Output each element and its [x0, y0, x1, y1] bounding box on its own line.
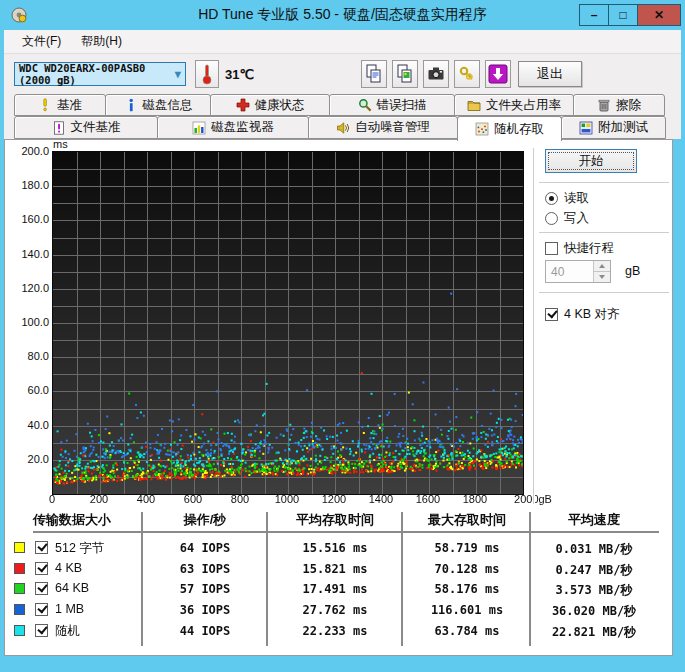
download-arrow-icon [488, 64, 508, 84]
read-radio[interactable] [545, 192, 558, 205]
minimize-button[interactable]: – [579, 4, 609, 26]
tab-file-benchmark[interactable]: 文件基准 [14, 116, 158, 139]
camera-icon [427, 65, 445, 83]
align-4kb-row[interactable]: 4 KB 对齐 [545, 306, 620, 323]
tab-random-access[interactable]: 随机存取 [457, 116, 562, 141]
speaker-icon [336, 121, 350, 135]
series-checkbox[interactable] [35, 624, 48, 637]
separator [539, 292, 669, 294]
menu-file[interactable]: 文件(F) [12, 30, 71, 53]
read-radio-row[interactable]: 读取 [545, 190, 589, 207]
copy-image-button[interactable] [392, 60, 418, 88]
y-tick: 200.0 [7, 145, 49, 157]
read-radio-label: 读取 [564, 190, 589, 207]
speed-value: 0.247 MB/秒 [531, 562, 657, 579]
tab-erase[interactable]: 擦除 [573, 94, 665, 116]
random-access-page: ms 200.0 180.0 160.0 140.0 120.0 100.0 8… [4, 139, 673, 656]
tab-error-scan[interactable]: 错误扫描 [329, 94, 455, 116]
table-row: 1 MB 36 IOPS 27.762 ms 116.601 ms 36.020… [11, 602, 664, 620]
tab-extra-tests[interactable]: 附加测试 [561, 116, 666, 139]
write-radio-row[interactable]: 写入 [545, 210, 589, 227]
keys-icon [458, 65, 476, 83]
table-row: 4 KB 63 IOPS 15.821 ms 70.128 ms 0.247 M… [11, 561, 664, 579]
avg-value: 22.233 ms [268, 624, 402, 638]
bar-chart-icon [192, 121, 206, 135]
close-button[interactable]: ✕ [637, 4, 681, 26]
table-row: 64 KB 57 IOPS 17.491 ms 58.176 ms 3.573 … [11, 581, 664, 599]
separator [539, 182, 669, 184]
tab-disk-monitor[interactable]: 磁盘监视器 [157, 116, 309, 139]
spin-down-button[interactable] [594, 271, 610, 282]
series-checkbox[interactable] [35, 541, 48, 554]
arrow-down-icon [599, 275, 605, 279]
ops-value: 64 IOPS [142, 541, 268, 555]
table-row: 512 字节 64 IOPS 15.516 ms 58.719 ms 0.031… [11, 540, 664, 558]
series-checkbox[interactable] [35, 603, 48, 616]
series-label: 随机 [55, 623, 80, 640]
y-tick: 140.0 [7, 248, 49, 260]
avg-value: 15.516 ms [268, 541, 402, 555]
series-color-swatch [14, 604, 25, 615]
random-access-chart [52, 151, 524, 495]
capacity-unit-label: gB [625, 264, 640, 278]
max-value: 58.719 ms [403, 541, 531, 555]
series-label: 1 MB [55, 602, 84, 616]
menu-bar: 文件(F) 帮助(H) [4, 30, 681, 54]
copy-text-button[interactable] [361, 60, 387, 88]
series-color-swatch [14, 583, 25, 594]
panel-divider [533, 148, 535, 504]
drive-select[interactable]: WDC WD20EARX-00PASB0 (2000 gB) ▼ [14, 62, 186, 86]
col-header-avg: 平均存取时间 [268, 511, 402, 529]
spin-up-button[interactable] [594, 261, 610, 271]
col-header-speed: 平均速度 [531, 511, 657, 529]
temperature-value: 31℃ [225, 67, 254, 82]
tab-aam[interactable]: 自动噪音管理 [308, 116, 458, 139]
speed-value: 22.821 MB/秒 [531, 624, 657, 641]
avg-value: 17.491 ms [268, 582, 402, 596]
write-radio[interactable] [545, 212, 558, 225]
tab-benchmark[interactable]: 基准 [14, 94, 106, 116]
col-header-ops: 操作/秒 [142, 511, 268, 529]
temperature-button[interactable] [195, 60, 219, 88]
screenshot-button[interactable] [423, 60, 449, 88]
maximize-button[interactable]: □ [608, 4, 638, 26]
copy-text-icon [365, 64, 383, 84]
tab-health[interactable]: 健康状态 [210, 94, 330, 116]
options-button[interactable] [454, 60, 480, 88]
max-value: 58.176 ms [403, 582, 531, 596]
menu-help[interactable]: 帮助(H) [71, 30, 132, 53]
y-tick: 40.0 [7, 419, 49, 431]
y-tick: 120.0 [7, 282, 49, 294]
ops-value: 36 IOPS [142, 603, 268, 617]
ops-value: 44 IOPS [142, 624, 268, 638]
chevron-down-icon: ▼ [174, 68, 181, 81]
info-icon [124, 98, 138, 112]
ops-value: 63 IOPS [142, 562, 268, 576]
benchmark-icon [38, 98, 52, 112]
write-radio-label: 写入 [564, 210, 589, 227]
series-label: 4 KB [55, 561, 82, 575]
capacity-spinner[interactable]: 40 [545, 260, 611, 283]
exit-button[interactable]: 退出 [518, 61, 582, 87]
folder-icon [467, 98, 481, 112]
col-header-max: 最大存取时间 [403, 511, 531, 529]
tab-folder-usage[interactable]: 文件夹占用率 [454, 94, 574, 116]
title-bar: HD Tune 专业版 5.50 - 硬盘/固态硬盘实用程序 – □ ✕ [4, 0, 681, 30]
health-cross-icon [236, 98, 250, 112]
start-button[interactable]: 开始 [545, 149, 637, 173]
tab-strip: 基准 磁盘信息 健康状态 错误扫描 文件夹占用率 擦除 [4, 94, 681, 139]
series-color-swatch [14, 542, 25, 553]
y-tick: 180.0 [7, 179, 49, 191]
update-button[interactable] [485, 60, 511, 88]
arrow-up-icon [599, 264, 605, 268]
table-header-rule [33, 531, 659, 533]
copy-image-icon [396, 64, 414, 84]
short-stroke-row[interactable]: 快捷行程 [545, 240, 614, 257]
align-4kb-checkbox[interactable] [545, 308, 558, 321]
short-stroke-checkbox[interactable] [545, 242, 558, 255]
max-value: 63.784 ms [403, 624, 531, 638]
series-checkbox[interactable] [35, 562, 48, 575]
tab-disk-info[interactable]: 磁盘信息 [105, 94, 211, 116]
table-header: 传输数据大小 操作/秒 平均存取时间 最大存取时间 平均速度 [11, 511, 664, 529]
series-checkbox[interactable] [35, 582, 48, 595]
